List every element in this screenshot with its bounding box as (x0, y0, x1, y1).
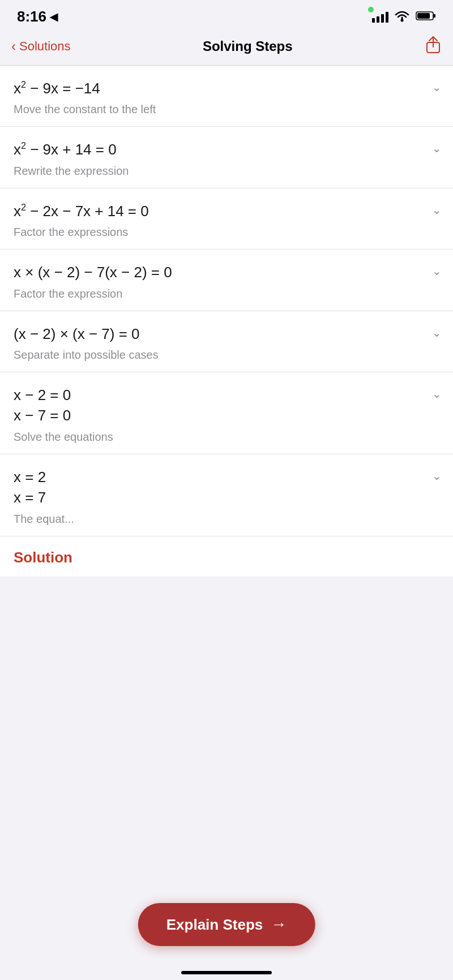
back-button[interactable]: ‹ Solutions (11, 38, 71, 54)
step-row-7: x = 2 x = 7 The equat... ⌄ (0, 454, 453, 536)
step-description-7: The equat... (14, 513, 439, 526)
step-equation-6: x − 2 = 0 x − 7 = 0 (14, 385, 439, 426)
explain-steps-wrapper: Explain Steps → (138, 903, 315, 946)
solution-label: Solution (14, 549, 439, 566)
chevron-down-icon-4[interactable]: ⌄ (432, 264, 442, 278)
status-time: 8:16 ◀ (17, 8, 58, 25)
share-button[interactable] (425, 36, 442, 57)
step-equation-4: x × (x − 2) − 7(x − 2) = 0 (14, 262, 439, 282)
arrow-right-icon: → (271, 915, 287, 934)
svg-rect-2 (433, 14, 435, 18)
step-equation-2: x2 − 9x + 14 = 0 (14, 139, 439, 160)
step-row-3: x2 − 2x − 7x + 14 = 0 Factor the express… (0, 188, 453, 250)
step-equation-5: (x − 2) × (x − 7) = 0 (14, 324, 439, 344)
status-bar: 8:16 ◀ (0, 0, 453, 30)
explain-steps-label: Explain Steps (166, 916, 263, 934)
step-description-6: Solve the equations (14, 431, 439, 444)
step-equation-1: x2 − 9x = −14 (14, 78, 439, 98)
explain-steps-button[interactable]: Explain Steps → (138, 903, 315, 946)
chevron-down-icon-3[interactable]: ⌄ (432, 203, 442, 217)
page-title: Solving Steps (203, 38, 293, 54)
nav-bar: ‹ Solutions Solving Steps (0, 30, 453, 66)
signal-icon (372, 11, 388, 23)
chevron-down-icon-6[interactable]: ⌄ (432, 387, 442, 401)
chevron-down-icon-7[interactable]: ⌄ (432, 469, 442, 483)
step-row-6: x − 2 = 0 x − 7 = 0 Solve the equations … (0, 372, 453, 454)
chevron-left-icon: ‹ (11, 38, 16, 54)
step-description-1: Move the constant to the left (14, 103, 439, 116)
status-icons (372, 10, 436, 24)
chevron-down-icon-2[interactable]: ⌄ (432, 141, 442, 155)
step-description-4: Factor the expression (14, 287, 439, 300)
svg-rect-3 (417, 13, 430, 19)
battery-icon (416, 10, 436, 24)
step-description-3: Factor the expressions (14, 226, 439, 239)
back-label: Solutions (19, 39, 71, 54)
step-row-2: x2 − 9x + 14 = 0 Rewrite the expression … (0, 127, 453, 188)
step-description-2: Rewrite the expression (14, 165, 439, 178)
content-area: x2 − 9x = −14 Move the constant to the l… (0, 66, 453, 577)
chevron-down-icon-5[interactable]: ⌄ (432, 326, 442, 339)
green-dot (368, 7, 374, 12)
home-indicator (181, 971, 272, 974)
svg-point-0 (401, 19, 404, 22)
solution-section: Solution (0, 536, 453, 577)
step-description-5: Separate into possible cases (14, 349, 439, 362)
step-row-4: x × (x − 2) − 7(x − 2) = 0 Factor the ex… (0, 250, 453, 311)
step-row-5: (x − 2) × (x − 7) = 0 Separate into poss… (0, 311, 453, 372)
chevron-down-icon-1[interactable]: ⌄ (432, 80, 442, 94)
time-display: 8:16 (17, 8, 46, 25)
wifi-icon (394, 10, 410, 24)
step-row-1: x2 − 9x = −14 Move the constant to the l… (0, 66, 453, 127)
location-icon: ◀ (50, 11, 58, 23)
step-equation-3: x2 − 2x − 7x + 14 = 0 (14, 201, 439, 221)
step-equation-7: x = 2 x = 7 (14, 467, 439, 508)
